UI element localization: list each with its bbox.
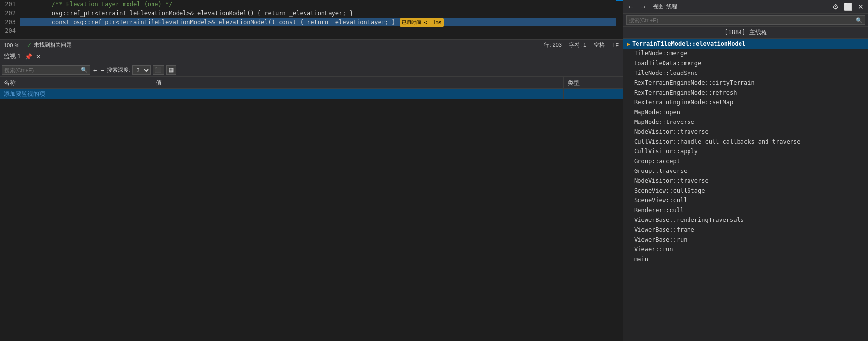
line-number: 203 xyxy=(0,18,20,26)
watch-title: 监视 1 xyxy=(2,52,23,61)
callstack-label: main xyxy=(634,256,648,263)
line-number: 204 xyxy=(0,26,20,35)
watch-expand-btn[interactable]: ▦ xyxy=(166,65,176,75)
callstack-label: ViewerBase::renderingTraversals xyxy=(634,217,744,223)
callstack-list[interactable]: ▶TerrainTileModel::elevationModelTileNod… xyxy=(623,39,868,341)
callstack-label: SceneView::cullStage xyxy=(634,187,705,194)
callstack-item[interactable]: CullVisitor::handle_cull_callbacks_and_t… xyxy=(623,137,868,146)
line-number: 202 xyxy=(0,9,20,18)
arrow-back[interactable]: ← xyxy=(93,67,97,73)
callstack-label: ViewerBase::frame xyxy=(634,226,694,233)
callstack-item[interactable]: SceneView::cull xyxy=(623,195,868,205)
ok-icon: ✓ xyxy=(27,42,32,49)
watch-depth-box: 搜索深度: 3 1 2 4 5 xyxy=(107,65,150,75)
watch-search-box[interactable]: 🔍 xyxy=(2,65,90,75)
code-line: 202 osg::ref_ptr<TerrainTileElevationMod… xyxy=(0,9,616,18)
line-number: 201 xyxy=(0,0,20,9)
arrow-forward[interactable]: → xyxy=(101,67,104,73)
callstack-item[interactable]: ViewerBase::run xyxy=(623,235,868,244)
callstack-label: LoadTileData::merge xyxy=(634,60,701,67)
callstack-label: TileNode::loadSync xyxy=(634,70,698,76)
view-label: 视图: 线程 xyxy=(653,3,677,10)
callstack-item[interactable]: RexTerrainEngineNode::refresh xyxy=(623,88,868,97)
watch-panel: 监视 1 📌 ✕ 🔍 ← → 搜索深度: 3 1 2 4 xyxy=(0,50,623,341)
watch-row[interactable]: 添加要监视的项 xyxy=(0,89,623,99)
row-indicator: 行: 203 xyxy=(544,41,561,49)
line-content xyxy=(20,26,616,35)
right-search-box[interactable]: 🔍 xyxy=(626,15,865,25)
callstack-label: TerrainTileModel::elevationModel xyxy=(632,40,745,47)
callstack-item[interactable]: CullVisitor::apply xyxy=(623,146,868,156)
callstack-label: MapNode::open xyxy=(634,109,680,116)
right-panel: ← → 视图: 线程 ⚙ ⬜ ✕ 🔍 [1884] 主线程 ▶TerrainTi… xyxy=(623,0,868,341)
callstack-item[interactable]: ViewerBase::renderingTraversals xyxy=(623,215,868,225)
watch-close-button[interactable]: ✕ xyxy=(34,53,42,61)
watch-search-input[interactable] xyxy=(4,67,81,73)
right-panel-toolbar: ← → 视图: 线程 ⚙ ⬜ ✕ xyxy=(623,0,868,14)
right-search-icon: 🔍 xyxy=(856,17,863,24)
watch-header: 监视 1 📌 ✕ xyxy=(0,50,623,63)
callstack-label: TileNode::merge xyxy=(634,50,687,57)
watch-col-name: 名称 xyxy=(0,77,152,88)
callstack-label: Renderer::cull xyxy=(634,207,684,214)
callstack-item[interactable]: MapNode::open xyxy=(623,107,868,117)
settings-button[interactable]: ⚙ xyxy=(830,1,841,12)
callstack-item[interactable]: TileNode::merge xyxy=(623,49,868,58)
callstack-label: Group::accept xyxy=(634,158,680,165)
callstack-item[interactable]: Renderer::cull xyxy=(623,205,868,215)
code-line: 203 const osg::ref_ptr<TerrainTileElevat… xyxy=(0,18,616,26)
watch-pin-button[interactable]: 📌 xyxy=(25,53,32,61)
callstack-item[interactable]: ViewerBase::frame xyxy=(623,225,868,235)
watch-col-value: 值 xyxy=(152,77,564,88)
code-editor: 201 /** Elevation Layer model (one) */20… xyxy=(0,0,623,39)
callstack-item[interactable]: Group::accept xyxy=(623,156,868,166)
callstack-label: SceneView::cull xyxy=(634,197,687,204)
code-line: 204 xyxy=(0,26,616,35)
watch-row-value xyxy=(152,89,564,99)
callstack-label: Viewer::run xyxy=(634,246,673,253)
callstack-item[interactable]: ▶TerrainTileModel::elevationModel xyxy=(623,39,868,49)
callstack-label: RexTerrainEngineNode::setMap xyxy=(634,99,733,106)
callstack-item[interactable]: SceneView::cullStage xyxy=(623,186,868,195)
callstack-item[interactable]: NodeVisitor::traverse xyxy=(623,127,868,137)
callstack-item[interactable]: TileNode::loadSync xyxy=(623,68,868,78)
callstack-label: CullVisitor::apply xyxy=(634,148,698,155)
callstack-item[interactable]: Viewer::run xyxy=(623,244,868,254)
callstack-label: RexTerrainEngineNode::dirtyTerrain xyxy=(634,79,755,86)
watch-table-header: 名称 值 类型 xyxy=(0,77,623,89)
line-content: osg::ref_ptr<TerrainTileElevationModel>&… xyxy=(20,9,616,18)
callstack-item[interactable]: main xyxy=(623,254,868,264)
watch-col-type: 类型 xyxy=(564,77,623,88)
editor-scrollbar[interactable] xyxy=(616,0,623,39)
back-button[interactable]: ← xyxy=(625,1,636,12)
close-right-button[interactable]: ✕ xyxy=(855,1,866,12)
callstack-label: MapNode::traverse xyxy=(634,119,694,125)
callstack-item[interactable]: NodeVisitor::traverse xyxy=(623,176,868,186)
callstack-label: NodeVisitor::traverse xyxy=(634,128,709,135)
watch-search-icon: 🔍 xyxy=(81,67,88,73)
zoom-level[interactable]: 100 % xyxy=(4,42,19,48)
watch-empty-area xyxy=(0,99,623,341)
callstack-item[interactable]: MapNode::traverse xyxy=(623,117,868,127)
callstack-label: Group::traverse xyxy=(634,168,687,174)
right-search-area: 🔍 xyxy=(623,14,868,27)
callstack-label: RexTerrainEngineNode::refresh xyxy=(634,89,737,96)
callstack-label: CullVisitor::handle_cull_callbacks_and_t… xyxy=(634,138,801,145)
watch-row-type xyxy=(564,89,623,99)
callstack-label: NodeVisitor::traverse xyxy=(634,177,709,184)
encoding-indicator: LF xyxy=(613,42,619,48)
depth-select[interactable]: 3 1 2 4 5 xyxy=(132,65,151,75)
col-indicator: 字符: 1 xyxy=(569,41,586,49)
right-search-input[interactable] xyxy=(629,17,856,23)
maximize-button[interactable]: ⬜ xyxy=(842,1,853,12)
callstack-item[interactable]: RexTerrainEngineNode::setMap xyxy=(623,97,868,107)
line-content: /** Elevation Layer model (one) */ xyxy=(20,0,616,9)
forward-button[interactable]: → xyxy=(638,1,649,12)
callstack-item[interactable]: RexTerrainEngineNode::dirtyTerrain xyxy=(623,78,868,88)
watch-filter-btn[interactable]: ⬛ xyxy=(153,65,164,75)
callstack-item[interactable]: Group::traverse xyxy=(623,166,868,176)
exec-time-badge: 已用时间 <= 1ms xyxy=(400,18,444,27)
active-arrow-icon: ▶ xyxy=(627,41,630,47)
code-line: 201 /** Elevation Layer model (one) */ xyxy=(0,0,616,9)
callstack-item[interactable]: LoadTileData::merge xyxy=(623,58,868,68)
